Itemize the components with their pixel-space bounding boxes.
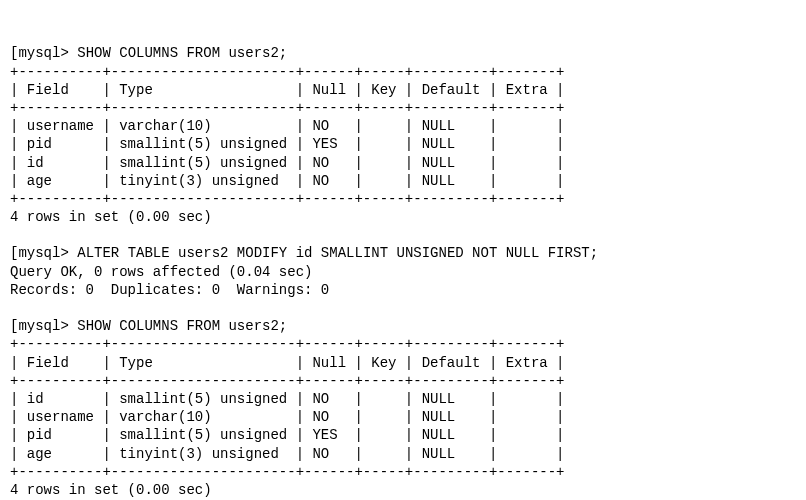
sql-command: ALTER TABLE users2 MODIFY id SMALLINT UN… bbox=[77, 245, 598, 261]
table-separator: +----------+----------------------+-----… bbox=[10, 464, 565, 480]
table-row: | age | tinyint(3) unsigned | NO | | NUL… bbox=[10, 173, 565, 189]
table-row: | username | varchar(10) | NO | | NULL |… bbox=[10, 409, 565, 425]
prompt-line: [mysql> SHOW COLUMNS FROM users2; bbox=[10, 45, 287, 61]
mysql-prompt: mysql> bbox=[18, 45, 68, 61]
terminal-output: [mysql> SHOW COLUMNS FROM users2; +-----… bbox=[10, 45, 598, 498]
table-row: | age | tinyint(3) unsigned | NO | | NUL… bbox=[10, 446, 565, 462]
table-row: | pid | smallint(5) unsigned | YES | | N… bbox=[10, 136, 565, 152]
table-row: | username | varchar(10) | NO | | NULL |… bbox=[10, 118, 565, 134]
table-separator: +----------+----------------------+-----… bbox=[10, 64, 565, 80]
table-separator: +----------+----------------------+-----… bbox=[10, 373, 565, 389]
query-result: Records: 0 Duplicates: 0 Warnings: 0 bbox=[10, 282, 329, 298]
prompt-line: [mysql> SHOW COLUMNS FROM users2; bbox=[10, 318, 287, 334]
table-header: | Field | Type | Null | Key | Default | … bbox=[10, 355, 565, 371]
table-row: | id | smallint(5) unsigned | NO | | NUL… bbox=[10, 155, 565, 171]
sql-command: SHOW COLUMNS FROM users2; bbox=[77, 318, 287, 334]
result-footer: 4 rows in set (0.00 sec) bbox=[10, 482, 212, 498]
query-result: Query OK, 0 rows affected (0.04 sec) bbox=[10, 264, 312, 280]
sql-command: SHOW COLUMNS FROM users2; bbox=[77, 45, 287, 61]
mysql-prompt: mysql> bbox=[18, 318, 68, 334]
result-footer: 4 rows in set (0.00 sec) bbox=[10, 209, 212, 225]
mysql-prompt: mysql> bbox=[18, 245, 68, 261]
table-row: | id | smallint(5) unsigned | NO | | NUL… bbox=[10, 391, 565, 407]
table-separator: +----------+----------------------+-----… bbox=[10, 100, 565, 116]
table-row: | pid | smallint(5) unsigned | YES | | N… bbox=[10, 427, 565, 443]
prompt-line: [mysql> ALTER TABLE users2 MODIFY id SMA… bbox=[10, 245, 598, 261]
table-separator: +----------+----------------------+-----… bbox=[10, 336, 565, 352]
table-header: | Field | Type | Null | Key | Default | … bbox=[10, 82, 565, 98]
table-separator: +----------+----------------------+-----… bbox=[10, 191, 565, 207]
